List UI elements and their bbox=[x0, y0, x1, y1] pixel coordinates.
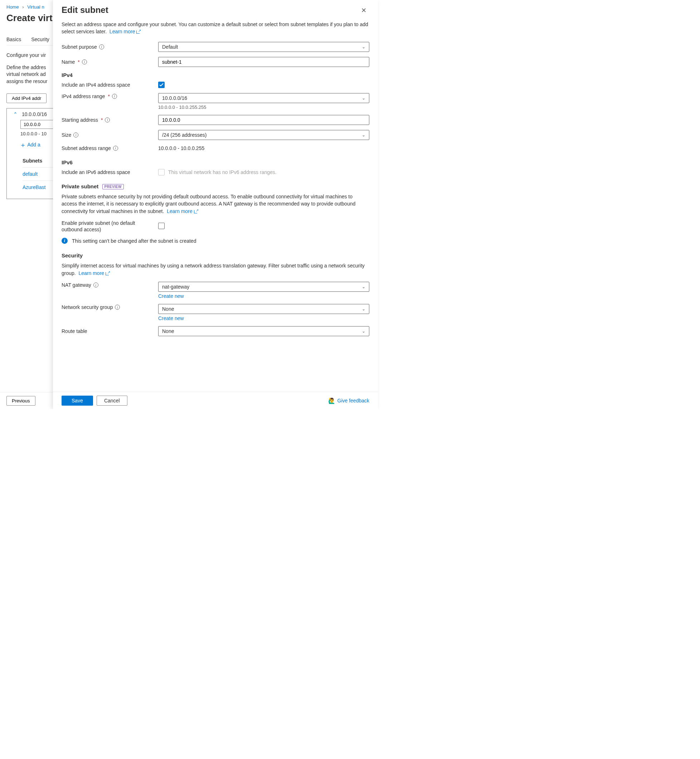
chevron-down-icon: ⌄ bbox=[362, 307, 366, 311]
info-icon[interactable]: i bbox=[112, 94, 117, 99]
name-label: Name* i bbox=[62, 59, 158, 65]
size-label: Size i bbox=[62, 132, 158, 138]
enable-private-label: Enable private subnet (no default outbou… bbox=[62, 220, 158, 233]
nsg-select[interactable]: None ⌄ bbox=[158, 304, 369, 314]
private-subnet-description: Private subnets enhance security by not … bbox=[62, 193, 369, 215]
nat-create-new-link[interactable]: Create new bbox=[158, 293, 184, 299]
nsg-label: Network security group i bbox=[62, 304, 158, 310]
save-button[interactable]: Save bbox=[62, 396, 93, 405]
ipv4-range-label: IPv4 address range* i bbox=[62, 93, 158, 100]
info-banner: i This setting can't be changed after th… bbox=[62, 238, 369, 244]
enable-private-checkbox[interactable] bbox=[158, 223, 165, 229]
security-section-header: Security bbox=[62, 252, 369, 258]
cancel-button[interactable]: Cancel bbox=[97, 396, 127, 405]
info-icon[interactable]: i bbox=[99, 44, 104, 49]
nat-gateway-label: NAT gateway i bbox=[62, 282, 158, 288]
preview-badge: PREVIEW bbox=[102, 184, 124, 189]
subnet-range-value: 10.0.0.0 - 10.0.0.255 bbox=[158, 146, 204, 151]
external-link-icon bbox=[106, 271, 109, 275]
info-icon[interactable]: i bbox=[115, 305, 120, 310]
chevron-down-icon: ⌄ bbox=[362, 95, 366, 100]
info-icon[interactable]: i bbox=[94, 282, 98, 288]
external-link-icon bbox=[194, 210, 198, 213]
plus-icon: ＋ bbox=[20, 141, 26, 149]
address-cidr: 10.0.0.0/16 bbox=[22, 111, 47, 117]
security-description: Simplify internet access for virtual mac… bbox=[62, 262, 369, 277]
include-ipv4-label: Include an IPv4 address space bbox=[62, 81, 158, 88]
size-select[interactable]: /24 (256 addresses) ⌄ bbox=[158, 130, 369, 140]
chevron-down-icon: ⌄ bbox=[362, 44, 366, 49]
close-icon: ✕ bbox=[361, 7, 366, 14]
tab-basics[interactable]: Basics bbox=[6, 34, 21, 45]
previous-button[interactable]: Previous bbox=[6, 396, 36, 405]
ipv6-disabled-message: This virtual network has no IPv6 address… bbox=[168, 169, 277, 175]
include-ipv4-checkbox[interactable] bbox=[158, 81, 165, 88]
info-icon: i bbox=[62, 238, 68, 244]
subnet-purpose-select[interactable]: Default ⌄ bbox=[158, 42, 369, 52]
starting-address-input[interactable] bbox=[158, 115, 369, 125]
learn-more-link[interactable]: Learn more bbox=[109, 29, 141, 34]
starting-address-label: Starting address* i bbox=[62, 117, 158, 123]
route-table-select[interactable]: None ⌄ bbox=[158, 326, 369, 336]
info-icon[interactable]: i bbox=[113, 146, 118, 151]
route-table-label: Route table bbox=[62, 328, 158, 334]
chevron-up-icon[interactable]: ⌃ bbox=[13, 111, 17, 117]
ipv6-section-header: IPv6 bbox=[62, 159, 369, 166]
chevron-down-icon: ⌄ bbox=[362, 329, 366, 334]
check-icon bbox=[159, 83, 164, 87]
breadcrumb-virtual-networks[interactable]: Virtual n bbox=[27, 4, 44, 10]
info-icon[interactable]: i bbox=[105, 117, 110, 122]
private-subnet-header: Private subnet PREVIEW bbox=[62, 183, 369, 189]
ipv4-range-hint: 10.0.0.0 - 10.0.255.255 bbox=[158, 105, 369, 110]
include-ipv6-checkbox bbox=[158, 169, 165, 175]
chevron-down-icon: ⌄ bbox=[362, 284, 366, 289]
panel-title: Edit subnet bbox=[62, 5, 108, 15]
close-button[interactable]: ✕ bbox=[358, 5, 369, 16]
panel-footer: Save Cancel 🙋‍♂️ Give feedback bbox=[53, 392, 378, 409]
give-feedback-link[interactable]: 🙋‍♂️ Give feedback bbox=[328, 397, 370, 404]
add-ipv4-button[interactable]: Add IPv4 addr bbox=[6, 94, 47, 103]
include-ipv6-label: Include an IPv6 address space bbox=[62, 169, 158, 175]
nsg-create-new-link[interactable]: Create new bbox=[158, 315, 184, 321]
breadcrumb-home[interactable]: Home bbox=[6, 4, 19, 10]
learn-more-link[interactable]: Learn more bbox=[78, 270, 109, 276]
ipv4-range-select[interactable]: 10.0.0.0/16 ⌄ bbox=[158, 93, 369, 103]
feedback-icon: 🙋‍♂️ bbox=[328, 397, 335, 404]
info-banner-text: This setting can't be changed after the … bbox=[72, 238, 196, 244]
ipv4-section-header: IPv4 bbox=[62, 72, 369, 78]
info-icon[interactable]: i bbox=[82, 59, 87, 64]
subnet-range-label: Subnet address range i bbox=[62, 145, 158, 152]
chevron-down-icon: ⌄ bbox=[362, 133, 366, 138]
edit-subnet-panel: Edit subnet ✕ Select an address space an… bbox=[53, 0, 378, 409]
nat-gateway-select[interactable]: nat-gateway ⌄ bbox=[158, 282, 369, 292]
info-icon[interactable]: i bbox=[73, 133, 78, 138]
tab-security[interactable]: Security bbox=[31, 34, 49, 45]
external-link-icon bbox=[136, 30, 140, 34]
learn-more-link[interactable]: Learn more bbox=[167, 208, 198, 214]
intro-text: Select an address space and configure yo… bbox=[62, 21, 369, 36]
name-input[interactable] bbox=[158, 57, 369, 67]
subnet-purpose-label: Subnet purpose i bbox=[62, 44, 158, 50]
